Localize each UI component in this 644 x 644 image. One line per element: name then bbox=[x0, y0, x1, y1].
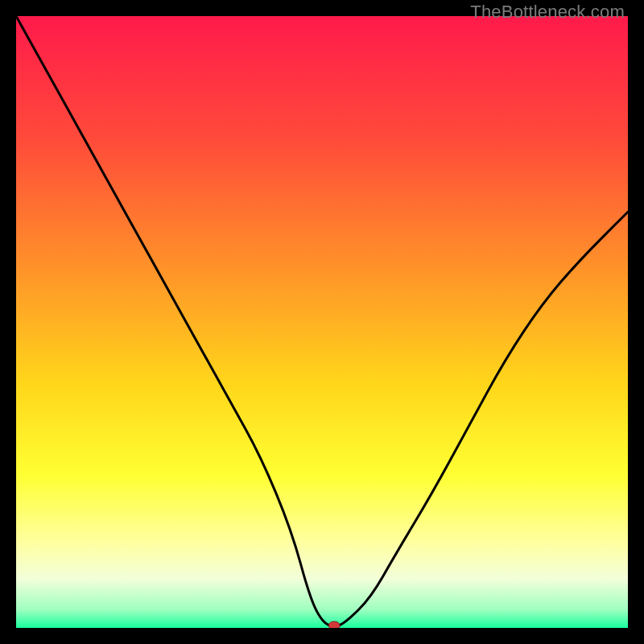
chart-frame bbox=[16, 16, 628, 628]
optimal-point-marker bbox=[328, 621, 340, 628]
chart-background bbox=[16, 16, 628, 628]
bottleneck-chart bbox=[16, 16, 628, 628]
watermark-label: TheBottleneck.com bbox=[470, 2, 625, 23]
